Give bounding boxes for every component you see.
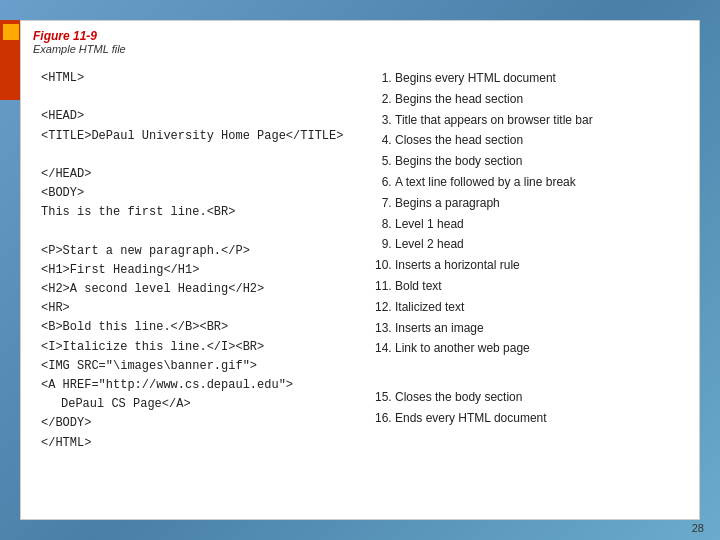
description-list: Begins every HTML document Begins the he…	[375, 69, 679, 429]
list-item-1: Begins every HTML document	[395, 69, 679, 89]
code-line-5: <BODY>	[41, 184, 345, 203]
list-item-2: Begins the head section	[395, 90, 679, 110]
list-item-6: A text line followed by a line break	[395, 173, 679, 193]
slide-container: Figure 11-9 Example HTML file <HTML> <HE…	[20, 20, 700, 520]
code-line-blank2	[41, 146, 345, 165]
code-line-9: <H2>A second level Heading</H2>	[41, 280, 345, 299]
slide-header: Figure 11-9 Example HTML file	[21, 21, 699, 59]
code-line-6: This is the first line.<BR>	[41, 203, 345, 222]
list-item-9: Level 2 head	[395, 235, 679, 255]
code-line-12: <I>Italicize this line.</I><BR>	[41, 338, 345, 357]
code-line-16: </HTML>	[41, 434, 345, 453]
code-line-10: <HR>	[41, 299, 345, 318]
list-item-4: Closes the head section	[395, 131, 679, 151]
list-item-5: Begins the body section	[395, 152, 679, 172]
list-item-17: Ends every HTML document	[395, 409, 679, 429]
list-item-13: Inserts an image	[395, 319, 679, 339]
code-line-14b: DePaul CS Page</A>	[41, 395, 345, 414]
list-item-8: Level 1 head	[395, 215, 679, 235]
code-line-3: <TITLE>DePaul University Home Page</TITL…	[41, 127, 345, 146]
list-item-10: Inserts a horizontal rule	[395, 256, 679, 276]
list-item-7: Begins a paragraph	[395, 194, 679, 214]
figure-title: Figure 11-9	[33, 29, 687, 43]
list-item-14: Link to another web page	[395, 339, 679, 359]
list-item-15	[395, 367, 679, 387]
code-line-1: <HTML>	[41, 69, 345, 88]
code-line-11: <B>Bold this line.</B><BR>	[41, 318, 345, 337]
code-line-8: <H1>First Heading</H1>	[41, 261, 345, 280]
tab-decoration	[3, 24, 19, 40]
list-item-11: Bold text	[395, 277, 679, 297]
code-line-7: <P>Start a new paragraph.</P>	[41, 242, 345, 261]
list-item-12: Italicized text	[395, 298, 679, 318]
code-line-4: </HEAD>	[41, 165, 345, 184]
code-line-blank1	[41, 88, 345, 107]
code-line-14: <A HREF="http://www.cs.depaul.edu">	[41, 376, 345, 395]
list-item-16: Closes the body section	[395, 388, 679, 408]
page-number: 28	[692, 522, 704, 534]
content-area: <HTML> <HEAD> <TITLE>DePaul University H…	[21, 59, 699, 519]
code-line-2: <HEAD>	[41, 107, 345, 126]
figure-caption: Example HTML file	[33, 43, 687, 55]
code-line-15: </BODY>	[41, 414, 345, 433]
code-line-13: <IMG SRC="\images\banner.gif">	[41, 357, 345, 376]
list-item-3: Title that appears on browser title bar	[395, 111, 679, 131]
left-column: <HTML> <HEAD> <TITLE>DePaul University H…	[41, 69, 345, 509]
right-column: Begins every HTML document Begins the he…	[375, 69, 679, 509]
code-line-blank3	[41, 223, 345, 242]
